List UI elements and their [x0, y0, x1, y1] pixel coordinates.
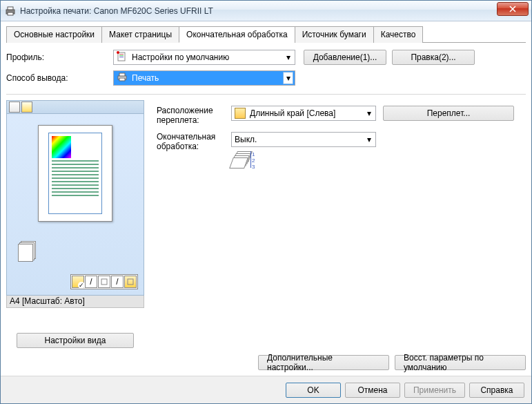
svg-rect-10 [119, 78, 125, 81]
binding-dropdown[interactable]: Длинный край [Слева] ▾ [231, 106, 376, 121]
svg-rect-11 [101, 279, 107, 285]
tab-bar: Основные настройки Макет страницы Оконча… [6, 26, 526, 43]
preview-canvas: / / [6, 114, 144, 296]
preview-mode-bar: / / [70, 274, 138, 289]
profile-icon [117, 51, 128, 64]
advanced-settings-button[interactable]: Дополнительные настройки... [258, 355, 389, 370]
svg-rect-9 [119, 73, 125, 76]
preview-status: A4 [Масштаб: Авто] [6, 296, 144, 308]
tab-quality[interactable]: Качество [373, 26, 424, 43]
tab-basic[interactable]: Основные настройки [6, 26, 102, 43]
view-settings-button[interactable]: Настройки вида [17, 333, 134, 348]
svg-rect-4 [119, 54, 124, 55]
restore-defaults-button[interactable]: Восст. параметры по умолчанию [395, 355, 526, 370]
binding-label: Расположение переплета: [157, 106, 231, 125]
output-dropdown[interactable]: Печать ▾ [113, 70, 295, 86]
svg-rect-12 [128, 279, 133, 285]
svg-point-7 [117, 51, 119, 54]
mode-2-button[interactable] [98, 276, 110, 288]
mode-sep2: / [111, 276, 124, 288]
preview-toolbar [6, 100, 144, 114]
tab-layout[interactable]: Макет страницы [101, 26, 179, 43]
binding-value: Длинный край [Слева] [250, 108, 373, 118]
apply-button[interactable]: Применить [404, 383, 465, 398]
profile-label: Профиль: [6, 52, 113, 62]
finishing-dropdown[interactable]: Выкл. ▾ [231, 132, 376, 147]
single-page-icon[interactable] [9, 102, 20, 113]
stack-icon: 123 [231, 151, 253, 171]
profile-value: Настройки по умолчанию [132, 52, 292, 62]
svg-rect-5 [119, 55, 124, 56]
page-stack-icon [18, 241, 37, 260]
svg-rect-1 [8, 7, 13, 10]
binding-icon [235, 108, 246, 119]
chevron-down-icon: ▾ [364, 107, 374, 119]
mode-3-button[interactable] [124, 276, 137, 288]
mode-1-button[interactable] [72, 276, 84, 288]
binding-button[interactable]: Переплет... [383, 106, 514, 121]
output-value: Печать [132, 73, 292, 83]
mode-sep: / [85, 276, 97, 288]
svg-rect-6 [119, 57, 124, 57]
svg-rect-2 [8, 12, 13, 15]
help-button[interactable]: Справка [469, 383, 524, 398]
profile-dropdown[interactable]: Настройки по умолчанию ▾ [113, 50, 295, 65]
finishing-label: Окончательная обработка: [157, 132, 231, 151]
multi-page-icon[interactable] [21, 102, 32, 113]
printer-icon [5, 6, 16, 17]
titlebar: Настройка печати: Canon MF620C Series UF… [1, 1, 531, 21]
chevron-down-icon: ▾ [364, 133, 374, 146]
print-icon [117, 72, 128, 85]
dialog-footer: OK Отмена Применить Справка [1, 376, 531, 403]
edit-profile-button[interactable]: Правка(2)... [392, 50, 475, 65]
page-preview [38, 125, 112, 222]
tab-finishing[interactable]: Окончательная обработка [179, 26, 295, 43]
close-button[interactable] [497, 2, 529, 16]
add-profile-button[interactable]: Добавление(1)... [304, 50, 386, 65]
tab-source[interactable]: Источник бумаги [295, 26, 374, 43]
cancel-button[interactable]: Отмена [345, 383, 400, 398]
chevron-down-icon: ▾ [283, 72, 293, 84]
ok-button[interactable]: OK [286, 383, 341, 398]
output-label: Способ вывода: [6, 73, 113, 83]
window-title: Настройка печати: Canon MF620C Series UF… [20, 6, 527, 16]
chevron-down-icon: ▾ [283, 51, 293, 64]
finishing-value: Выкл. [235, 135, 373, 144]
